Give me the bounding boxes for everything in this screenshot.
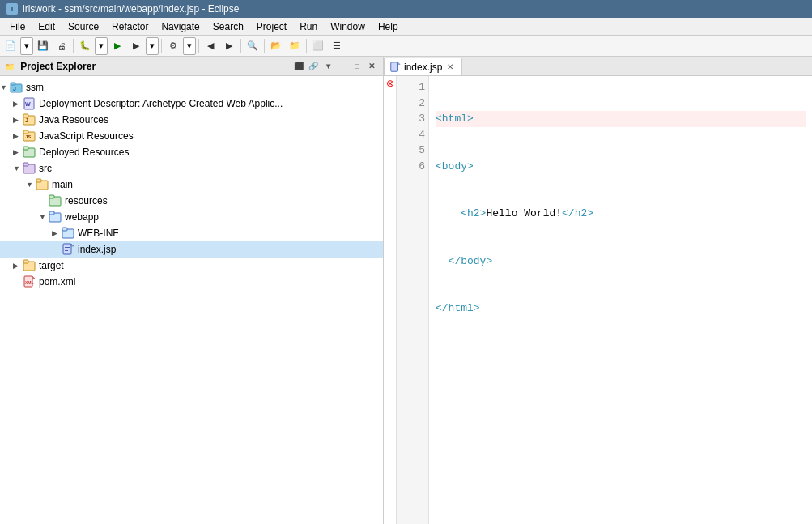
tree-item-index-jsp[interactable]: ▶ index.jsp	[0, 241, 383, 258]
pom-xml-icon: XML	[23, 275, 36, 288]
code-line-5: </html>	[436, 300, 806, 317]
arrow-deployed-resources: ▶	[13, 148, 23, 156]
tab-close-button[interactable]: ✕	[445, 62, 455, 72]
ext-tools-button[interactable]: ⚙	[164, 37, 182, 55]
app-icon: i	[6, 3, 18, 15]
resources-icon	[49, 194, 62, 207]
editor-content-area: ⊗ 1 2 3 4 5 6 <html> <body> <h2>Hel	[384, 76, 812, 524]
view-menu-button[interactable]: ☰	[328, 37, 346, 55]
open-resource-button[interactable]: 📁	[286, 37, 304, 55]
separator-1	[73, 39, 74, 53]
tab-label: index.jsp	[404, 62, 442, 73]
run-last-button[interactable]: ▶	[127, 37, 145, 55]
main-icon	[36, 178, 49, 191]
menu-edit[interactable]: Edit	[32, 19, 62, 34]
tab-index-jsp[interactable]: index.jsp ✕	[384, 58, 462, 75]
line-numbers: 1 2 3 4 5 6	[397, 76, 429, 524]
editor-tabs: index.jsp ✕	[384, 57, 812, 76]
gutter-line-1: ⊗	[384, 76, 396, 91]
view-menu-button[interactable]: ▾	[321, 60, 334, 73]
tree-label-resources: resources	[65, 195, 108, 207]
tree-item-src[interactable]: ▼ src	[0, 160, 383, 177]
line-num-3: 3	[403, 111, 425, 127]
svg-rect-1	[11, 83, 15, 85]
svg-marker-34	[398, 62, 401, 64]
debug-button[interactable]: 🐛	[76, 37, 94, 55]
svg-marker-31	[32, 276, 35, 279]
window-title: iriswork - ssm/src/main/webapp/index.jsp…	[23, 3, 239, 15]
tree-label-pom-xml: pom.xml	[39, 276, 75, 288]
gutter-line-5	[384, 134, 396, 149]
menu-refactor[interactable]: Refactor	[105, 19, 155, 34]
tree-item-web-inf[interactable]: ▶ WEB-INF	[0, 225, 383, 241]
prev-edit-button[interactable]: ◀	[202, 37, 219, 55]
maximize-button[interactable]: □	[351, 60, 363, 73]
run-dropdown[interactable]: ▾	[146, 37, 159, 55]
menu-navigate[interactable]: Navigate	[155, 19, 206, 34]
line-num-5: 5	[403, 143, 425, 159]
separator-4	[240, 39, 241, 53]
close-panel-button[interactable]: ✕	[365, 60, 378, 73]
ext-tools-dropdown[interactable]: ▾	[183, 37, 196, 55]
tree-item-deployment-descriptor[interactable]: ▶ W Deployment Descriptor: Archetype Cre…	[0, 96, 383, 112]
separator-6	[306, 39, 307, 53]
project-tree: ▼ J ssm ▶ W	[0, 76, 383, 524]
tree-item-deployed-resources[interactable]: ▶ Deployed Resources	[0, 144, 383, 160]
gutter-line-3	[384, 105, 396, 120]
tree-item-main[interactable]: ▼ main	[0, 177, 383, 193]
open-type-button[interactable]: 📂	[267, 37, 285, 55]
line-num-1: 1	[403, 79, 425, 96]
webinf-icon	[62, 227, 74, 240]
menu-run[interactable]: Run	[293, 19, 324, 34]
separator-2	[161, 39, 162, 53]
run-button[interactable]: ▶	[108, 37, 126, 55]
code-line-3: <h2>Hello World!</h2>	[436, 206, 806, 222]
tree-item-js-resources[interactable]: ▶ JS JavaScript Resources	[0, 128, 383, 144]
tree-item-pom-xml[interactable]: ▶ XML pom.xml	[0, 274, 383, 290]
menu-project[interactable]: Project	[250, 19, 293, 34]
tab-jsp-icon	[389, 62, 401, 73]
debug-dropdown[interactable]: ▾	[95, 37, 108, 55]
webapp-icon	[49, 211, 62, 224]
menu-source[interactable]: Source	[62, 19, 105, 34]
menu-help[interactable]: Help	[372, 19, 405, 34]
collapse-all-button[interactable]: ⬛	[292, 60, 305, 73]
code-line-2: <body>	[436, 159, 806, 175]
menu-file[interactable]: File	[3, 19, 32, 34]
arrow-java-resources: ▶	[13, 116, 23, 124]
tree-item-ssm[interactable]: ▼ J ssm	[0, 79, 383, 96]
tree-label-target: target	[39, 260, 64, 271]
new-dropdown[interactable]: ▾	[20, 37, 33, 55]
tree-item-java-resources[interactable]: ▶ J Java Resources	[0, 112, 383, 128]
java-resources-icon: J	[23, 113, 36, 126]
code-editor[interactable]: <html> <body> <h2>Hello World!</h2> </bo…	[429, 76, 812, 524]
new-button[interactable]: 📄	[2, 37, 19, 55]
svg-rect-20	[49, 211, 54, 215]
svg-rect-9	[23, 130, 28, 134]
svg-rect-26	[65, 249, 70, 249]
arrow-src: ▼	[13, 164, 23, 173]
separator-3	[198, 39, 199, 53]
link-with-editor-button[interactable]: 🔗	[307, 60, 320, 73]
tree-label-src: src	[39, 163, 52, 174]
menu-window[interactable]: Window	[324, 19, 372, 34]
minimize-button[interactable]: _	[336, 60, 349, 73]
search-button[interactable]: 🔍	[244, 37, 261, 55]
svg-marker-24	[71, 244, 74, 246]
panel-header: 📁 Project Explorer ⬛ 🔗 ▾ _ □ ✕	[0, 57, 383, 76]
next-edit-button[interactable]: ▶	[220, 37, 238, 55]
svg-rect-16	[36, 179, 41, 182]
tree-label-js-resources: JavaScript Resources	[39, 130, 134, 142]
menu-search[interactable]: Search	[206, 19, 250, 34]
print-button[interactable]: 🖨	[53, 37, 70, 55]
tree-item-target[interactable]: ▶ target	[0, 258, 383, 274]
svg-rect-33	[391, 62, 398, 70]
perspective-button[interactable]: ⬜	[309, 37, 327, 55]
tree-item-webapp[interactable]: ▼ webapp	[0, 209, 383, 225]
svg-rect-18	[49, 195, 54, 198]
svg-text:W: W	[25, 101, 31, 107]
svg-rect-29	[23, 260, 28, 263]
tree-item-resources[interactable]: ▶ resources	[0, 193, 383, 209]
arrow-webapp: ▼	[39, 213, 49, 221]
save-button[interactable]: 💾	[34, 37, 52, 55]
